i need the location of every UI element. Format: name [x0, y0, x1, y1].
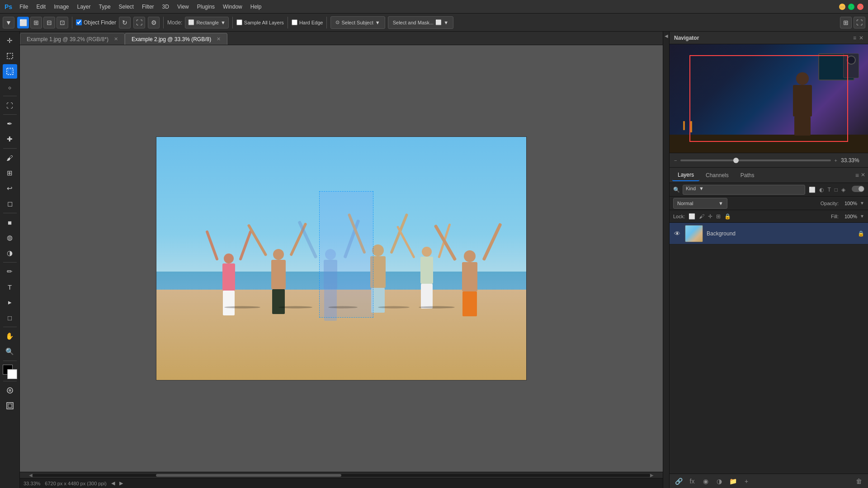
- blur-tool[interactable]: ◍: [3, 230, 17, 245]
- tab-example2[interactable]: Example 2.jpg @ 33.3% (RGB/8) ✕: [125, 33, 227, 45]
- scroll-left-arrow[interactable]: ◀: [29, 473, 33, 478]
- crop-tool[interactable]: ⛶: [3, 98, 17, 113]
- settings-btn[interactable]: ⚙: [148, 17, 160, 28]
- tab-channels[interactable]: Channels: [700, 169, 734, 181]
- tab-paths[interactable]: Paths: [735, 169, 760, 181]
- add-adjustment-btn[interactable]: ◑: [714, 476, 725, 487]
- dodge-tool[interactable]: ◑: [3, 246, 17, 260]
- lock-position-btn[interactable]: ✛: [707, 212, 713, 221]
- intersect-selection-btn[interactable]: ⊡: [57, 17, 68, 28]
- tab-example1-close[interactable]: ✕: [114, 36, 118, 42]
- color-swatches[interactable]: [3, 365, 17, 379]
- healing-tool[interactable]: ✚: [3, 132, 17, 146]
- path-select-tool[interactable]: ▸: [3, 295, 17, 310]
- menu-image[interactable]: Image: [50, 3, 72, 11]
- pen-tool[interactable]: ✏: [3, 264, 17, 279]
- hard-edge-checkbox[interactable]: [292, 19, 297, 25]
- scroll-right-arrow[interactable]: ▶: [650, 473, 654, 478]
- subtract-selection-btn[interactable]: ⊟: [43, 17, 55, 28]
- close-button[interactable]: ✕: [857, 4, 863, 10]
- move-tool[interactable]: ✛: [3, 33, 17, 48]
- menu-file[interactable]: File: [16, 3, 32, 11]
- tab-example2-close[interactable]: ✕: [217, 36, 221, 42]
- tab-example1[interactable]: Example 1.jpg @ 39.2% (RGB/8*) ✕: [20, 33, 125, 45]
- window-controls[interactable]: — □ ✕: [839, 4, 863, 10]
- sample-all-layers-checkbox[interactable]: [236, 19, 242, 25]
- lock-transparent-btn[interactable]: ⬜: [688, 212, 696, 221]
- layers-content[interactable]: 👁 Background 🔒: [670, 223, 868, 474]
- tool-options-arrow[interactable]: ▼: [3, 17, 14, 28]
- object-finder-checkbox[interactable]: [76, 19, 82, 25]
- add-layer-btn[interactable]: +: [741, 476, 752, 487]
- menu-edit[interactable]: Edit: [33, 3, 49, 11]
- zoom-slider[interactable]: [680, 160, 830, 161]
- opacity-value[interactable]: 100%: [841, 201, 857, 206]
- hard-edge-wrap[interactable]: Hard Edge: [292, 19, 323, 25]
- lock-artboard-btn[interactable]: ⊞: [715, 212, 722, 221]
- delete-layer-btn[interactable]: 🗑: [854, 476, 864, 487]
- menu-3d[interactable]: 3D: [159, 3, 173, 11]
- new-selection-btn[interactable]: ⬜: [17, 17, 29, 28]
- zoom-out-icon[interactable]: −: [674, 158, 677, 163]
- scroll-nav-left[interactable]: ◀: [111, 480, 115, 486]
- sample-all-layers-wrap[interactable]: Sample All Layers: [236, 19, 284, 25]
- canvas-image[interactable]: [156, 136, 527, 380]
- history-brush-tool[interactable]: ↩: [3, 181, 17, 196]
- brush-tool[interactable]: 🖌: [3, 150, 17, 165]
- mode-select[interactable]: ⬜ Rectangle ▼: [185, 17, 228, 28]
- add-mask-btn[interactable]: ◉: [700, 476, 711, 487]
- quick-select-tool[interactable]: ⬦: [3, 80, 17, 94]
- eraser-tool[interactable]: ◻: [3, 197, 17, 211]
- minimize-button[interactable]: —: [839, 4, 845, 10]
- menu-window[interactable]: Window: [219, 3, 246, 11]
- filter-kind-select[interactable]: Kind ▼: [683, 185, 805, 195]
- add-layer-style-btn[interactable]: fx: [687, 476, 698, 487]
- menu-type[interactable]: Type: [95, 3, 114, 11]
- frame-tool[interactable]: [3, 399, 17, 413]
- scroll-thumb-h[interactable]: [156, 474, 341, 477]
- menu-bar[interactable]: File Edit Image Layer Type Select Filter…: [16, 3, 265, 11]
- zoom-tool[interactable]: 🔍: [3, 344, 17, 359]
- lasso-tool[interactable]: [3, 64, 17, 79]
- zoom-thumb[interactable]: [733, 158, 739, 163]
- zoom-in-icon[interactable]: +: [835, 158, 837, 163]
- full-screen-btn[interactable]: ⛶: [854, 17, 865, 28]
- arrange-btn[interactable]: ⊞: [840, 17, 852, 28]
- add-group-btn[interactable]: 📁: [727, 476, 738, 487]
- layers-menu-icon[interactable]: ≡: [855, 172, 859, 179]
- horizontal-scrollbar[interactable]: ◀ ▶: [20, 472, 663, 478]
- filter-toggle[interactable]: [852, 186, 864, 193]
- navigator-menu-icon[interactable]: ≡: [853, 35, 856, 41]
- refresh-btn[interactable]: ↻: [119, 17, 131, 28]
- blend-mode-select[interactable]: Normal ▼: [673, 198, 727, 209]
- fill-value[interactable]: 100%: [841, 214, 857, 219]
- select-subject-button[interactable]: ⊙ Select Subject ▼: [330, 16, 385, 29]
- fit-screen-btn[interactable]: ⛶: [133, 17, 145, 28]
- layer-row-background[interactable]: 👁 Background 🔒: [670, 223, 868, 244]
- menu-plugins[interactable]: Plugins: [193, 3, 218, 11]
- link-layers-btn[interactable]: 🔗: [673, 476, 684, 487]
- background-color[interactable]: [7, 369, 17, 379]
- maximize-button[interactable]: □: [848, 4, 854, 10]
- gradient-tool[interactable]: ■: [3, 215, 17, 230]
- quick-mask-btn[interactable]: [3, 383, 17, 398]
- filter-pixel-icon[interactable]: ⬜: [808, 186, 816, 194]
- marquee-rect-tool[interactable]: [3, 49, 17, 63]
- scroll-track-h[interactable]: [33, 474, 650, 477]
- lock-image-btn[interactable]: 🖌: [698, 212, 705, 221]
- navigator-close-icon[interactable]: ✕: [859, 35, 863, 41]
- menu-layer[interactable]: Layer: [74, 3, 94, 11]
- layer-visibility-toggle[interactable]: 👁: [673, 230, 681, 237]
- lock-all-btn[interactable]: 🔒: [723, 212, 732, 221]
- select-mask-button[interactable]: Select and Mask... ⬜ ▼: [388, 16, 453, 29]
- menu-filter[interactable]: Filter: [138, 3, 158, 11]
- opacity-arrow[interactable]: ▼: [860, 201, 864, 206]
- canvas-wrapper[interactable]: [20, 45, 663, 472]
- filter-adjustment-icon[interactable]: ◐: [818, 186, 825, 194]
- menu-select[interactable]: Select: [115, 3, 137, 11]
- eyedropper-tool[interactable]: ✒: [3, 117, 17, 131]
- hand-tool[interactable]: ✋: [3, 329, 17, 343]
- layers-close-icon[interactable]: ✕: [861, 172, 865, 179]
- menu-view[interactable]: View: [174, 3, 193, 11]
- clone-stamp-tool[interactable]: ⊞: [3, 166, 17, 180]
